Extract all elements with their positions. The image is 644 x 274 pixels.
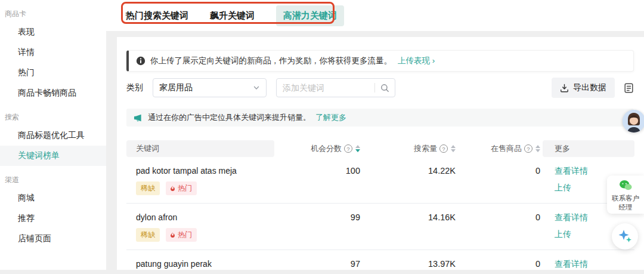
- sidebar-item-title-optimizer[interactable]: 商品标题优化工具: [0, 125, 106, 146]
- keyword-text: pad kotor tampal atas meja: [136, 166, 274, 176]
- view-details-link[interactable]: 查看详情: [555, 259, 634, 270]
- category-selected-value: 家居用品: [159, 82, 253, 93]
- tab-high-potential-keywords[interactable]: 高潜力关键词: [276, 5, 344, 26]
- clipboard-icon: [623, 82, 634, 94]
- col-header-keyword: 关键词: [126, 140, 274, 157]
- flame-icon: [169, 185, 176, 192]
- sidebar: 商品卡 表现 详情 热门 商品卡畅销商品 搜索 商品标题优化工具 关键词榜单 渠…: [0, 0, 106, 270]
- keyword-text: dylon afron: [136, 213, 274, 222]
- sidebar-item-bestsellers[interactable]: 商品卡畅销商品: [0, 83, 106, 103]
- table-row: patung guayin perak 稀缺 热门 97 13.97K 0 查看…: [126, 250, 634, 270]
- learn-more-link[interactable]: 了解更多: [315, 112, 346, 123]
- flame-icon: [169, 232, 176, 238]
- category-dropdown[interactable]: 家居用品: [153, 78, 267, 97]
- col-header-products-on-sale: 在售商品 ?: [458, 140, 543, 157]
- sidebar-item-popular[interactable]: 热门: [0, 63, 106, 83]
- tag-hot-label: 热门: [178, 183, 192, 193]
- woman-avatar-icon: [623, 110, 644, 133]
- sidebar-item-recommend[interactable]: 推荐: [0, 208, 106, 229]
- keyword-tabbar: 热门搜索关键词 飙升关键词 高潜力关键词: [106, 0, 644, 31]
- sparkle-icon: [617, 229, 633, 244]
- opportunity-score-cell: 97: [274, 259, 363, 270]
- megaphone-icon: [134, 113, 143, 122]
- table-header: 关键词 机会分数 ? 搜索量 ? 在售商品 ? 更多: [126, 140, 634, 157]
- notice-text: 你上传了展示定向关键词的新商品，作为奖励，你将获得更多流量。: [150, 56, 392, 66]
- wechat-icon: [619, 180, 632, 192]
- sidebar-section-channel: 渠道: [0, 166, 106, 188]
- service-avatar[interactable]: [623, 110, 644, 133]
- main-content: 你上传了展示定向关键词的新商品，作为奖励，你将获得更多流量。 上传表现 › 类别…: [117, 37, 644, 270]
- sort-products-on-sale[interactable]: [535, 145, 540, 152]
- export-data-label: 导出数据: [573, 82, 606, 93]
- search-volume-cell: 14.16K: [363, 213, 458, 242]
- help-icon[interactable]: ?: [524, 144, 532, 153]
- keyword-table: 关键词 机会分数 ? 搜索量 ? 在售商品 ? 更多 pad kotor tam…: [126, 140, 634, 270]
- clipboard-list-button[interactable]: [623, 82, 634, 94]
- sidebar-item-details[interactable]: 详情: [0, 42, 106, 63]
- col-header-more: 更多: [543, 140, 634, 157]
- sidebar-section-product-card: 商品卡: [0, 0, 106, 22]
- tag-list: 稀缺 热门: [136, 181, 274, 195]
- table-row: dylon afron 稀缺 热门 99 14.16K 0 查看详情 上传: [126, 204, 634, 250]
- col-header-search-volume: 搜索量 ?: [363, 140, 458, 157]
- upload-performance-link[interactable]: 上传表现 ›: [398, 56, 435, 66]
- notice-banner: 你上传了展示定向关键词的新商品，作为奖励，你将获得更多流量。 上传表现 ›: [126, 50, 634, 72]
- chevron-down-icon: [253, 84, 260, 91]
- view-details-link[interactable]: 查看详情: [555, 213, 634, 223]
- search-icon[interactable]: [375, 84, 395, 93]
- sort-opportunity-score[interactable]: [355, 145, 360, 152]
- sort-search-volume[interactable]: [451, 145, 456, 152]
- tag-scarce: 稀缺: [136, 228, 160, 242]
- col-header-opportunity-score: 机会分数 ?: [274, 140, 363, 157]
- opportunity-score-cell: 99: [274, 213, 363, 242]
- ai-assistant-button[interactable]: [612, 223, 638, 250]
- ads-tip-banner: 通过在你的广告中定位具体关键词来提升销量。 了解更多: [126, 109, 634, 127]
- tag-hot: 热门: [166, 228, 197, 242]
- help-icon[interactable]: ?: [439, 144, 448, 153]
- tab-rising-keywords[interactable]: 飙升关键词: [210, 10, 255, 21]
- table-row: pad kotor tampal atas meja 稀缺 热门 100 14.…: [126, 157, 634, 204]
- col-header-opportunity-score-label: 机会分数: [311, 143, 342, 154]
- help-icon[interactable]: ?: [344, 144, 352, 153]
- search-volume-cell: 14.22K: [363, 166, 458, 195]
- filter-row: 类别 家居用品 导出数据: [117, 78, 644, 98]
- keyword-searchbox: [276, 78, 395, 97]
- contact-account-manager[interactable]: 联系客户 经理: [607, 176, 644, 214]
- col-header-products-on-sale-label: 在售商品: [491, 143, 522, 154]
- tag-hot: 热门: [166, 181, 197, 195]
- sidebar-item-shop-page[interactable]: 店铺页面: [0, 229, 106, 249]
- opportunity-score-cell: 100: [274, 166, 363, 195]
- actions-cell: 查看详情 上传: [543, 259, 634, 270]
- products-on-sale-cell: 0: [458, 213, 543, 242]
- tag-scarce: 稀缺: [136, 181, 160, 195]
- keyword-cell: patung guayin perak 稀缺 热门: [126, 259, 274, 270]
- sidebar-section-search: 搜索: [0, 103, 106, 125]
- products-on-sale-cell: 0: [458, 259, 543, 270]
- tag-hot-label: 热门: [178, 230, 192, 240]
- keyword-cell: pad kotor tampal atas meja 稀缺 热门: [126, 166, 274, 195]
- contact-label-line2: 经理: [607, 203, 644, 212]
- tab-hot-search-keywords[interactable]: 热门搜索关键词: [126, 10, 188, 21]
- contact-label-line1: 联系客户: [607, 194, 644, 203]
- add-keyword-input[interactable]: [277, 83, 374, 93]
- sidebar-item-performance[interactable]: 表现: [0, 22, 106, 42]
- info-icon: [136, 56, 145, 66]
- export-data-button[interactable]: 导出数据: [552, 78, 615, 98]
- products-on-sale-cell: 0: [458, 166, 543, 195]
- keyword-text: patung guayin perak: [136, 259, 274, 269]
- sidebar-item-keyword-ranking[interactable]: 关键词榜单: [0, 146, 106, 166]
- tag-list: 稀缺 热门: [136, 228, 274, 242]
- keyword-cell: dylon afron 稀缺 热门: [126, 213, 274, 242]
- search-volume-cell: 13.97K: [363, 259, 458, 270]
- category-label: 类别: [126, 82, 143, 93]
- download-icon: [560, 84, 569, 93]
- sidebar-item-mall[interactable]: 商城: [0, 188, 106, 208]
- ads-tip-text: 通过在你的广告中定位具体关键词来提升销量。: [148, 112, 311, 123]
- col-header-search-volume-label: 搜索量: [414, 143, 437, 154]
